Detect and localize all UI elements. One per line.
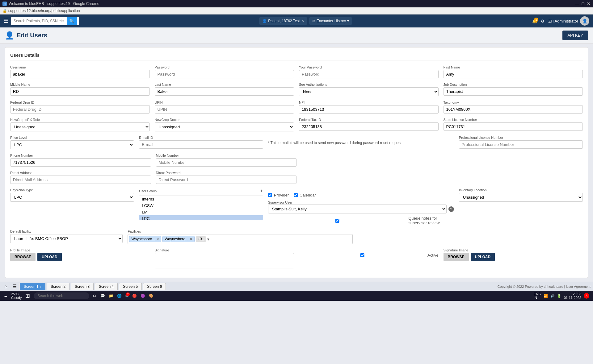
password-input[interactable] [155, 70, 294, 78]
bottom-menu-button[interactable]: ☰ [11, 283, 19, 290]
screen1-tab[interactable]: Screen 1 ↑ [20, 283, 45, 290]
taxonomy-input[interactable] [444, 105, 583, 114]
supervisor-help-icon[interactable]: ? [448, 206, 454, 212]
physician-type-group: Physician Type LPC MD DO NP [10, 188, 134, 225]
newcrop-doctor-select[interactable]: Unassigned Baker, Amy [155, 122, 294, 131]
screen5-tab[interactable]: Screen 5 [119, 283, 142, 290]
screen2-tab[interactable]: Screen 2 [47, 283, 69, 290]
form-row-2: Middle Name Last Name See Authorizations… [10, 83, 583, 96]
federal-tax-id-input[interactable] [299, 122, 439, 131]
upin-input[interactable] [155, 105, 294, 114]
job-description-input[interactable] [444, 87, 583, 96]
home-button[interactable]: ⌂ [2, 283, 9, 290]
physician-type-select[interactable]: LPC MD DO NP [10, 193, 134, 202]
newcrop-erx-role-select[interactable]: Unassigned Doctor Nurse Staff [10, 122, 150, 131]
profile-browse-button[interactable]: BROWSE [10, 253, 36, 261]
inventory-location-group: Inventory Location Unassigned Location 1… [459, 188, 583, 225]
form-row-7: Direct Address Direct Password [10, 171, 583, 184]
calendar-checkbox[interactable] [294, 193, 298, 197]
newcrop-erx-role-group: NewCrop eRX Role Unassigned Doctor Nurse… [10, 118, 150, 131]
patient-search-input[interactable] [11, 17, 67, 25]
signature-browse-button[interactable]: BROWSE [444, 253, 469, 261]
taskbar-mail-icon[interactable]: ✉ 2 [125, 294, 128, 298]
supervisor-user-select[interactable]: Stamplis-Sult, Kelly Other User [268, 205, 447, 213]
facility-tag-1-remove[interactable]: ✕ [156, 237, 159, 241]
url-display[interactable]: supporttest12.blueehr.org/public/applica… [8, 9, 80, 13]
user-group-add-button[interactable]: + [260, 188, 263, 194]
phone-number-input[interactable] [10, 158, 151, 167]
patient-tab-close[interactable]: ✕ [301, 19, 304, 23]
calendar-checkbox-label[interactable]: Calendar [300, 193, 316, 197]
taskbar-folder-icon[interactable]: 📁 [109, 294, 113, 298]
state-license-number-input[interactable] [444, 122, 583, 131]
professional-license-input[interactable] [459, 140, 583, 149]
notification-area-icon[interactable]: 3 [584, 293, 589, 299]
direct-password-input[interactable] [156, 176, 297, 184]
weather-icon: ☁ [4, 294, 7, 298]
first-name-input[interactable] [444, 70, 583, 78]
price-level-select[interactable]: LPC Standard Premium [10, 140, 134, 149]
federal-drug-id-input[interactable] [10, 105, 150, 114]
last-name-input[interactable] [155, 87, 294, 96]
title-bar-controls[interactable]: — □ ✕ [575, 1, 591, 6]
email-id-input[interactable] [139, 140, 263, 149]
taskbar-search-input[interactable] [34, 292, 89, 299]
hamburger-menu[interactable]: ☰ [4, 18, 9, 24]
inventory-location-select[interactable]: Unassigned Location 1 Location 2 [459, 193, 583, 202]
middle-name-input[interactable] [10, 87, 150, 96]
screen3-tab[interactable]: Screen 3 [71, 283, 94, 290]
signature-canvas[interactable] [155, 253, 294, 268]
user-group-item-interns[interactable]: Interns [139, 196, 263, 202]
windows-start-button[interactable]: ⊞ [25, 292, 30, 299]
taskbar-teams-icon[interactable]: 🟣 [141, 294, 145, 298]
screen6-tab[interactable]: Screen 6 [143, 283, 166, 290]
active-checkbox-label[interactable]: Active [427, 253, 438, 258]
provider-checkbox[interactable] [268, 193, 272, 197]
provider-checkbox-label[interactable]: Provider [274, 193, 289, 197]
professional-license-label: Professional License Number [459, 136, 583, 139]
search-button[interactable]: 🔍 [67, 17, 77, 25]
mobile-number-group: Mobile Number [156, 154, 297, 167]
title-bar: b Welcome to blueEHR - supporttest19 - G… [0, 0, 593, 7]
minimize-button[interactable]: — [575, 1, 579, 6]
patient-tab[interactable]: 👤 Patient, 18762 Test ✕ [259, 17, 307, 25]
taskbar-file-icon[interactable]: 🗂 [93, 294, 97, 298]
default-facility-select[interactable]: Laurel Life: BMC Office SBOP Other Facil… [10, 234, 123, 243]
maximize-button[interactable]: □ [582, 1, 584, 6]
facilities-container[interactable]: Waynesboro... ✕ Waynesboro... ✕ +31 ▾ [128, 234, 353, 244]
facility-tag-1[interactable]: Waynesboro... ✕ [129, 236, 161, 242]
notification-bell[interactable]: 🔔 1 [532, 19, 537, 23]
facility-tag-2-remove[interactable]: ✕ [190, 237, 192, 241]
taskbar-chrome-icon[interactable]: 🔴 [132, 294, 137, 298]
see-authorizations-select[interactable]: None All Own [299, 87, 439, 96]
user-group-item-lpc[interactable]: LPC [139, 215, 263, 220]
facility-tag-2[interactable]: Waynesboro... ✕ [162, 236, 195, 242]
api-key-button[interactable]: API KEY [562, 31, 588, 40]
mobile-number-input[interactable] [156, 158, 297, 167]
last-name-group: Last Name [155, 83, 294, 96]
queue-notes-label[interactable]: Queue notes for supervisor review [408, 216, 454, 225]
encounter-history-tab[interactable]: ⊕ Encounter History ▾ [309, 17, 352, 25]
taskbar-app-icon[interactable]: 🎨 [149, 294, 154, 298]
user-group-item-lmft[interactable]: LMFT [139, 209, 263, 215]
taskbar-edge-icon[interactable]: 🌐 [117, 294, 122, 298]
direct-address-input[interactable] [10, 176, 151, 184]
username-group: Username [10, 65, 150, 78]
active-checkbox[interactable] [299, 253, 426, 257]
encounter-dropdown-icon[interactable]: ▾ [347, 19, 349, 23]
close-button[interactable]: ✕ [587, 1, 591, 6]
settings-gear[interactable]: ⚙ [541, 19, 545, 23]
taskbar-chat-icon[interactable]: 💬 [100, 294, 105, 298]
screen4-tab[interactable]: Screen 4 [95, 283, 118, 290]
email-note-spacer [268, 136, 454, 139]
your-password-input[interactable] [299, 70, 439, 78]
queue-notes-checkbox[interactable] [268, 219, 407, 223]
user-info[interactable]: ZH Administrator 👤 [548, 16, 589, 26]
npi-input[interactable] [299, 105, 439, 114]
profile-upload-button[interactable]: UPLOAD [37, 253, 62, 261]
user-group-item-lcsw[interactable]: LCSW [139, 202, 263, 209]
signature-upload-button[interactable]: UPLOAD [471, 253, 495, 261]
username-input[interactable] [10, 70, 150, 78]
lock-icon: 🔒 [2, 9, 7, 13]
facilities-dropdown-arrow[interactable]: ▾ [207, 237, 209, 242]
